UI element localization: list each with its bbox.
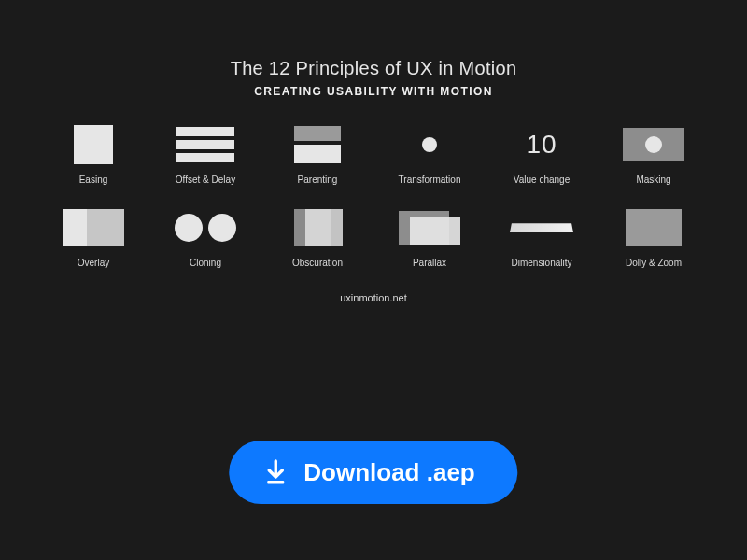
principle-label: Parenting bbox=[298, 175, 338, 185]
principle-label: Dimensionality bbox=[511, 258, 571, 268]
page-title: The 12 Principles of UX in Motion bbox=[0, 58, 747, 79]
principle-obscuration: Obscuration bbox=[261, 207, 374, 268]
value-change-icon: 10 bbox=[510, 124, 573, 165]
principle-label: Masking bbox=[636, 175, 670, 185]
principle-label: Cloning bbox=[190, 258, 221, 268]
cloning-icon bbox=[174, 207, 237, 248]
principle-label: Overlay bbox=[78, 258, 109, 268]
parallax-icon bbox=[398, 207, 461, 248]
dolly-zoom-icon bbox=[622, 207, 685, 248]
site-link[interactable]: uxinmotion.net bbox=[0, 292, 747, 303]
principle-masking: Masking bbox=[598, 124, 710, 185]
principle-label: Obscuration bbox=[292, 258, 343, 268]
principle-label: Offset & Delay bbox=[176, 175, 235, 185]
principle-parenting: Parenting bbox=[261, 124, 374, 185]
principle-dimensionality: Dimensionality bbox=[486, 207, 598, 268]
principle-label: Easing bbox=[79, 175, 108, 185]
obscuration-icon bbox=[286, 207, 349, 248]
principle-parallax: Parallax bbox=[374, 207, 486, 268]
dimensionality-icon bbox=[510, 207, 573, 248]
principle-cloning: Cloning bbox=[149, 207, 261, 268]
principle-label: Transformation bbox=[399, 175, 461, 185]
download-aep-button[interactable]: Download .aep bbox=[229, 441, 517, 504]
principles-grid: Easing Offset & Delay Parenting Transfor… bbox=[37, 124, 710, 268]
principle-label: Dolly & Zoom bbox=[626, 258, 682, 268]
page-header: The 12 Principles of UX in Motion CREATI… bbox=[0, 0, 747, 98]
principle-dolly-zoom: Dolly & Zoom bbox=[598, 207, 710, 268]
download-icon bbox=[264, 459, 287, 485]
parenting-icon bbox=[286, 124, 349, 165]
overlay-icon bbox=[62, 207, 125, 248]
principle-easing: Easing bbox=[37, 124, 149, 185]
masking-icon bbox=[622, 124, 685, 165]
principle-transformation: Transformation bbox=[374, 124, 486, 185]
offset-delay-icon bbox=[174, 124, 237, 165]
page-subtitle: CREATING USABILITY WITH MOTION bbox=[0, 85, 747, 98]
download-button-label: Download .aep bbox=[303, 458, 474, 487]
principle-label: Value change bbox=[514, 175, 570, 185]
svg-rect-0 bbox=[267, 481, 284, 484]
principle-label: Parallax bbox=[413, 258, 446, 268]
easing-icon bbox=[62, 124, 125, 165]
principle-overlay: Overlay bbox=[37, 207, 149, 268]
transformation-icon bbox=[398, 124, 461, 165]
principle-value-change: 10 Value change bbox=[486, 124, 598, 185]
principle-offset-delay: Offset & Delay bbox=[149, 124, 261, 185]
